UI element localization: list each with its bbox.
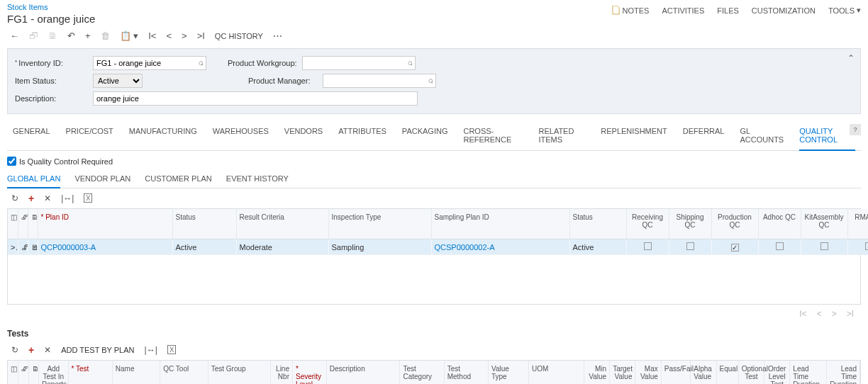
tools-link[interactable]: TOOLS ▾ (828, 6, 861, 15)
col-note[interactable]: 🗎 (28, 361, 39, 384)
expand-icon[interactable]: > (8, 239, 18, 255)
col-value-type[interactable]: Value Type (488, 361, 528, 384)
sampling-plan-link[interactable]: QCSP0000002-A (435, 243, 495, 252)
tab-price-cost[interactable]: PRICE/COST (66, 121, 113, 150)
more-icon[interactable]: ⋯ (273, 30, 282, 41)
col-status[interactable]: Status (172, 209, 236, 239)
checkbox-icon[interactable] (731, 244, 739, 252)
col-test[interactable]: * Test (68, 361, 112, 384)
attach-icon[interactable]: 🖇 (18, 239, 28, 255)
tab-deferral[interactable]: DEFERRAL (683, 121, 725, 150)
help-icon[interactable]: ? (850, 124, 861, 135)
col-description[interactable]: Description (326, 361, 400, 384)
subtab-global-plan[interactable]: GLOBAL PLAN (7, 170, 60, 188)
collapse-icon[interactable]: ⌃ (847, 53, 855, 63)
checkbox-icon[interactable] (776, 242, 784, 250)
tab-related-items[interactable]: RELATED ITEMS (538, 121, 585, 150)
activities-link[interactable]: ACTIVITIES (662, 6, 704, 15)
tab-quality-control[interactable]: QUALITY CONTROL (799, 121, 855, 151)
customization-link[interactable]: CUSTOMIZATION (752, 6, 816, 15)
next-record-icon[interactable]: > (182, 30, 187, 41)
refresh-icon[interactable]: ↻ (11, 193, 18, 203)
description-input[interactable] (93, 91, 418, 106)
table-row[interactable]: >🖇🗎QCP0000003-AActiveModerateSamplingQCS… (8, 239, 868, 255)
col-receiving[interactable]: Receiving QC (626, 209, 669, 239)
pager-prev-icon[interactable]: < (817, 309, 822, 319)
export-icon[interactable]: 🅇 (167, 345, 176, 355)
plan-id-link[interactable]: QCP0000003-A (41, 243, 96, 252)
product-manager-input[interactable] (323, 74, 436, 88)
col-shipping[interactable]: Shipping QC (669, 209, 711, 239)
col-optional[interactable]: Optional Test (738, 361, 764, 384)
col-plan-id[interactable]: * Plan ID (38, 209, 172, 239)
tab-gl-accounts[interactable]: GL ACCOUNTS (740, 121, 784, 150)
tab-replenishment[interactable]: REPLENISHMENT (601, 121, 667, 150)
add-row-icon[interactable]: + (28, 344, 34, 356)
col-test-method[interactable]: Test Method (444, 361, 488, 384)
subtab-vendor-plan[interactable]: VENDOR PLAN (74, 170, 130, 188)
pager-next-icon[interactable]: > (832, 309, 837, 319)
col-attach[interactable]: 🖇 (18, 209, 28, 239)
delete-row-icon[interactable]: ✕ (44, 345, 51, 355)
note-icon[interactable]: 🗎 (28, 239, 38, 255)
save-close-icon[interactable]: 🗗 (29, 30, 38, 41)
last-record-icon[interactable]: >I (197, 30, 205, 41)
col-test-category[interactable]: Test Category (400, 361, 444, 384)
tab-vendors[interactable]: VENDORS (284, 121, 323, 150)
col-inspection-type[interactable]: Inspection Type (328, 209, 431, 239)
col-severity[interactable]: * Severity Level (292, 361, 326, 384)
col-qc-tool[interactable]: QC Tool (160, 361, 208, 384)
col-max[interactable]: Max Value (635, 361, 661, 384)
delete-row-icon[interactable]: ✕ (44, 193, 51, 203)
checkbox-icon[interactable] (686, 242, 694, 250)
checkbox-icon[interactable] (820, 242, 828, 250)
col-target[interactable]: Target Value (610, 361, 635, 384)
add-icon[interactable]: + (85, 30, 91, 41)
tab-warehouses[interactable]: WAREHOUSES (213, 121, 269, 150)
col-rma[interactable]: RMA QC (847, 209, 868, 239)
fit-columns-icon[interactable]: |↔| (145, 345, 157, 355)
col-expand[interactable]: ◫ (8, 361, 18, 384)
inventory-id-input[interactable] (93, 56, 206, 70)
back-icon[interactable]: ← (10, 30, 19, 41)
col-lead-dur-type[interactable]: Lead Time Duration Type (790, 361, 827, 384)
col-name[interactable]: Name (112, 361, 160, 384)
col-add-test[interactable]: Add Test In Reports (39, 361, 69, 384)
subtab-customer-plan[interactable]: CUSTOMER PLAN (145, 170, 212, 188)
tab-attributes[interactable]: ATTRIBUTES (338, 121, 386, 150)
col-expand[interactable]: ◫ (8, 209, 18, 239)
refresh-icon[interactable]: ↻ (11, 345, 18, 355)
col-test-group[interactable]: Test Group (208, 361, 270, 384)
add-test-by-plan-button[interactable]: ADD TEST BY PLAN (61, 346, 134, 354)
col-uom[interactable]: UOM (529, 361, 584, 384)
item-status-select[interactable]: Active (93, 74, 143, 88)
col-sampling-plan[interactable]: Sampling Plan ID (431, 209, 569, 239)
col-attach[interactable]: 🖇 (18, 361, 29, 384)
checkbox-icon[interactable] (865, 242, 869, 250)
col-kitassembly[interactable]: KitAssembly QC (801, 209, 847, 239)
col-note[interactable]: 🗎 (28, 209, 38, 239)
col-passfail[interactable]: Pass/Fail (661, 361, 691, 384)
pager-first-icon[interactable]: I< (799, 309, 806, 319)
qc-required-checkbox[interactable] (7, 157, 16, 166)
col-line-nbr[interactable]: Line Nbr (270, 361, 292, 384)
delete-icon[interactable]: 🗑 (101, 30, 110, 41)
tab-general[interactable]: GENERAL (13, 121, 50, 150)
product-workgroup-input[interactable] (302, 56, 416, 70)
files-link[interactable]: FILES (717, 6, 739, 15)
export-icon[interactable]: 🅇 (84, 193, 92, 203)
col-status2[interactable]: Status (569, 209, 626, 239)
col-production[interactable]: Production QC (711, 209, 758, 239)
col-equal[interactable]: Equal (716, 361, 738, 384)
col-min[interactable]: Min Value (584, 361, 609, 384)
first-record-icon[interactable]: I< (148, 30, 156, 41)
col-result-criteria[interactable]: Result Criteria (236, 209, 328, 239)
add-row-icon[interactable]: + (28, 193, 34, 204)
save-icon[interactable]: 🗎 (48, 30, 57, 41)
clipboard-icon[interactable]: 📋 ▾ (120, 30, 139, 41)
tab-cross-reference[interactable]: CROSS-REFERENCE (463, 121, 523, 150)
undo-icon[interactable]: ↶ (67, 30, 75, 41)
qc-history-button[interactable]: QC HISTORY (215, 32, 263, 40)
notes-link[interactable]: NOTES (612, 6, 649, 15)
col-order-level[interactable]: Order Level Test (764, 361, 790, 384)
